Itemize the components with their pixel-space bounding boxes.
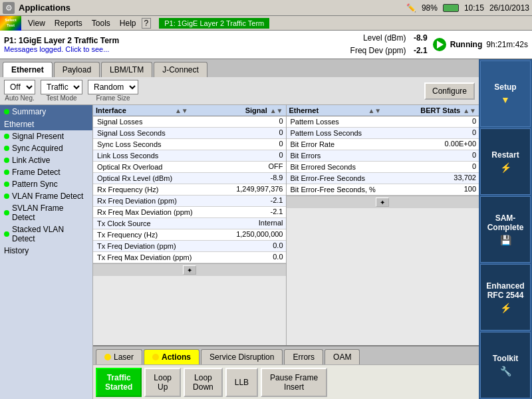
title-bar: ⚙ Applications ✏️ 98% 10:15 26/10/2013	[0, 0, 532, 16]
bert-col-header: BERT Stats	[384, 106, 460, 114]
enhanced-rfc-button[interactable]: Enhanced RFC 2544 ⚡	[480, 264, 531, 331]
setup-button[interactable]: Setup ▼	[480, 61, 531, 127]
messages-link[interactable]: Messages logged. Click to see...	[4, 45, 345, 53]
row-label: Pattern Loss Seconds	[289, 128, 424, 138]
toolkit-button[interactable]: Toolkit 🔧	[480, 332, 531, 398]
row-value: 1,250,000,000	[230, 230, 283, 239]
brand-text: Select Test	[5, 18, 17, 27]
oam-tab-label: OAM	[333, 352, 351, 362]
toolkit-label: Toolkit	[493, 354, 518, 363]
menu-bar: Select Test View Reports Tools Help ? P1…	[0, 16, 532, 31]
sam-complete-button[interactable]: SAM- Complete 💾	[480, 196, 531, 263]
laser-dot	[104, 354, 111, 360]
test-mode-select[interactable]: Traffic BERT	[41, 80, 82, 94]
bottom-tabs: Laser Actions Service Disruption Errors …	[93, 345, 479, 364]
frame-size-select[interactable]: Random Fixed	[88, 80, 138, 94]
loop-down-button[interactable]: Loop Down	[184, 368, 223, 397]
row-value: 33,702	[423, 174, 476, 183]
sidebar-signal-present-label: Signal Present	[12, 132, 64, 141]
llb-button[interactable]: LLB	[225, 368, 258, 397]
row-value: OFF	[230, 162, 283, 172]
right-table-scroll-btn[interactable]: ✦	[376, 198, 389, 207]
menu-help[interactable]: Help	[116, 17, 140, 29]
brand-logo[interactable]: Select Test	[0, 16, 21, 31]
table-row: Signal Loss Seconds0	[93, 128, 286, 139]
sidebar-item-vlan-frame-detect[interactable]: VLAN Frame Detect	[0, 190, 92, 202]
auto-neg-select[interactable]: Off On	[4, 80, 35, 94]
sidebar-item-sync-acquired[interactable]: Sync Acquired	[0, 142, 92, 154]
row-value: 0	[423, 117, 476, 126]
signal-col-header: Signal	[191, 106, 267, 114]
help-icon[interactable]: ?	[142, 18, 152, 29]
tab-service-disruption[interactable]: Service Disruption	[201, 349, 283, 364]
tab-errors[interactable]: Errors	[284, 349, 323, 364]
traffic-started-button[interactable]: Traffic Started	[96, 368, 142, 397]
sidebar-item-svlan-frame-detect[interactable]: SVLAN Frame Detect	[0, 202, 92, 223]
main-layout: Ethernet Payload LBM/LTM J-Connect Off O…	[0, 59, 532, 399]
row-label: Optical Rx Overload	[96, 162, 230, 172]
tab-actions[interactable]: Actions	[144, 349, 200, 364]
menu-tools[interactable]: Tools	[88, 17, 114, 29]
sidebar-item-pattern-sync[interactable]: Pattern Sync	[0, 178, 92, 190]
sidebar-frame-detect-label: Frame Detect	[12, 168, 61, 177]
menu-reports[interactable]: Reports	[51, 17, 86, 29]
sidebar-item-stacked-vlan-detect[interactable]: Stacked VLAN Detect	[0, 223, 92, 245]
level-value: -8.9	[414, 33, 428, 43]
sidebar-vlan-frame-detect-label: VLAN Frame Detect	[12, 192, 83, 201]
table-row: Rx Frequency (Hz)1,249,997,376	[93, 184, 286, 196]
sidebar-item-ethernet[interactable]: Ethernet	[0, 118, 92, 130]
configure-button[interactable]: Configure	[424, 82, 475, 100]
tab-oam[interactable]: OAM	[325, 349, 360, 364]
info-bar-left: P1: 1GigE Layer 2 Traffic Term Messages …	[4, 36, 345, 53]
left-sidebar: Summary Ethernet Signal Present Sync Acq…	[0, 105, 93, 399]
sidebar-link-active-label: Link Active	[12, 156, 50, 165]
left-table-scroll-btn[interactable]: ✦	[183, 265, 196, 275]
table-row: Tx Clock SourceInternal	[93, 218, 286, 229]
row-label: Tx Freq Max Deviation (ppm)	[96, 253, 230, 262]
sam-icon: 💾	[500, 235, 511, 245]
sidebar-item-link-active[interactable]: Link Active	[0, 154, 92, 166]
auto-neg-group: Off On Auto Neg.	[4, 80, 35, 102]
ethernet-table-header: Ethernet ▲▼ BERT Stats ▲▼	[287, 105, 479, 116]
table-row: Bit Errored Seconds0	[287, 162, 479, 173]
freq-row: Freq Dev (ppm) -2.1	[350, 45, 428, 57]
pause-frame-insert-button[interactable]: Pause Frame Insert	[261, 368, 327, 397]
table-row: Bit Error-Free Seconds33,702	[287, 173, 479, 184]
sidebar-item-history[interactable]: History	[0, 245, 92, 257]
vlan-frame-detect-dot	[4, 194, 9, 199]
frame-detect-dot	[4, 170, 9, 175]
row-label: Bit Error-Free Seconds, %	[289, 185, 424, 194]
signal-sort-icon[interactable]: ▲▼	[270, 107, 283, 114]
table-row: Optical Rx Level (dBm)-8.9	[93, 173, 286, 184]
restart-button[interactable]: Restart ⚡	[480, 128, 531, 195]
row-label: Bit Errored Seconds	[289, 162, 424, 172]
interface-col-header: Interface	[96, 106, 172, 114]
row-value: 1,249,997,376	[230, 185, 283, 194]
tab-laser[interactable]: Laser	[96, 349, 142, 364]
row-label: Link Loss Seconds	[96, 151, 230, 160]
main-tabs: Ethernet Payload LBM/LTM J-Connect	[0, 59, 479, 77]
tab-j-connect[interactable]: J-Connect	[154, 62, 207, 77]
menu-view[interactable]: View	[24, 17, 49, 29]
battery-pencil-icons: ✏️	[406, 3, 416, 13]
row-value: 0	[423, 151, 476, 160]
bert-sort-icon[interactable]: ▲▼	[463, 107, 476, 114]
info-bar-measurements: Level (dBm) -8.9 Freq Dev (ppm) -2.1	[350, 32, 428, 57]
row-value: 0	[230, 151, 283, 160]
sync-acquired-dot	[4, 146, 9, 151]
sidebar-item-frame-detect[interactable]: Frame Detect	[0, 166, 92, 178]
sam-label: SAM- Complete	[487, 213, 524, 232]
table-row: Optical Rx OverloadOFF	[93, 162, 286, 173]
actions-dot	[152, 354, 159, 360]
loop-up-button[interactable]: Loop Up	[144, 368, 181, 397]
interface-sort-icon[interactable]: ▲▼	[175, 107, 188, 114]
tab-ethernet[interactable]: Ethernet	[3, 62, 53, 77]
tab-lbm-ltm[interactable]: LBM/LTM	[101, 62, 152, 77]
status-text: Running	[450, 40, 483, 49]
row-label: Rx Freq Deviation (ppm)	[96, 196, 230, 205]
sidebar-item-signal-present[interactable]: Signal Present	[0, 130, 92, 142]
tab-payload[interactable]: Payload	[54, 62, 100, 77]
restart-icon: ⚡	[500, 162, 511, 173]
freq-value: -2.1	[414, 46, 428, 55]
ethernet-sort-icon[interactable]: ▲▼	[368, 107, 381, 114]
